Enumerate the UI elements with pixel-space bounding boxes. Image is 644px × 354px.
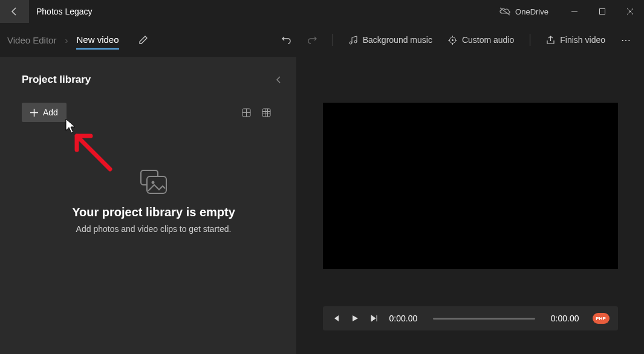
svg-point-14 <box>152 181 155 184</box>
library-title: Project library <box>22 74 91 86</box>
redo-button[interactable] <box>307 35 317 45</box>
finish-video-button[interactable]: Finish video <box>546 35 605 45</box>
audio-settings-icon <box>448 36 457 45</box>
pencil-icon <box>138 35 148 45</box>
php-watermark: PHP <box>593 313 610 324</box>
background-music-button[interactable]: Background music <box>349 35 432 45</box>
export-icon <box>546 36 555 45</box>
more-button[interactable]: ⋯ <box>621 34 632 46</box>
svg-rect-13 <box>147 176 166 193</box>
grid-small-button[interactable] <box>242 108 251 117</box>
svg-rect-7 <box>262 109 270 117</box>
add-button[interactable]: Add <box>22 103 67 122</box>
background-music-label: Background music <box>363 35 432 45</box>
next-frame-button[interactable] <box>370 314 379 323</box>
play-button[interactable] <box>351 314 359 323</box>
cloud-off-icon <box>499 7 510 16</box>
svg-point-3 <box>452 39 454 41</box>
undo-button[interactable] <box>282 35 291 45</box>
onedrive-status[interactable]: OneDrive <box>499 7 548 16</box>
grid-small-icon <box>242 108 251 117</box>
player-controls: 0:00.00 0:00.00 PHP <box>323 306 618 330</box>
play-icon <box>351 314 359 323</box>
previous-frame-button[interactable] <box>331 314 340 323</box>
close-icon <box>627 8 633 14</box>
progress-bar[interactable] <box>433 318 535 320</box>
svg-rect-1 <box>600 9 605 14</box>
close-button[interactable] <box>616 0 644 23</box>
empty-state: Your project library is empty Add photos… <box>22 169 285 234</box>
app-title: Photos Legacy <box>36 7 93 16</box>
collapse-panel-button[interactable] <box>276 76 282 84</box>
window-controls <box>561 0 644 23</box>
arrow-left-icon <box>10 7 19 16</box>
breadcrumb-root[interactable]: Video Editor <box>7 35 56 45</box>
time-total: 0:00.00 <box>551 314 579 323</box>
grid-large-button[interactable] <box>262 108 271 117</box>
maximize-icon <box>599 8 605 14</box>
redo-icon <box>307 35 317 45</box>
toolbar-divider <box>333 34 333 46</box>
custom-audio-label: Custom audio <box>462 35 514 45</box>
back-button[interactable] <box>0 0 29 23</box>
step-back-icon <box>331 314 340 323</box>
content: Project library Add You <box>0 57 644 354</box>
undo-icon <box>282 35 291 45</box>
empty-subtitle: Add photos and video clips to get starte… <box>22 224 285 234</box>
toolbar-divider <box>530 34 530 46</box>
plus-icon <box>30 109 38 117</box>
onedrive-label: OneDrive <box>515 7 548 16</box>
time-current: 0:00.00 <box>389 314 418 323</box>
edit-title-button[interactable] <box>138 35 148 45</box>
chevron-right-icon: › <box>65 35 68 45</box>
step-forward-icon <box>370 314 379 323</box>
empty-title: Your project library is empty <box>22 205 285 219</box>
toolbar-actions: Background music Custom audio Finish vid… <box>282 34 632 46</box>
add-label: Add <box>43 108 58 117</box>
chevron-left-icon <box>276 76 282 84</box>
minimize-button[interactable] <box>561 0 588 23</box>
toolbar: Video Editor › New video Background musi… <box>0 23 644 57</box>
custom-audio-button[interactable]: Custom audio <box>448 35 514 45</box>
video-preview[interactable] <box>323 103 618 269</box>
project-library-panel: Project library Add You <box>0 57 296 354</box>
breadcrumb: Video Editor › New video <box>7 31 148 50</box>
maximize-button[interactable] <box>588 0 616 23</box>
music-icon <box>349 36 358 45</box>
empty-library-icon <box>22 169 285 195</box>
grid-large-icon <box>262 108 271 117</box>
minimize-icon <box>571 8 577 14</box>
finish-video-label: Finish video <box>560 35 605 45</box>
titlebar: Photos Legacy OneDrive <box>0 0 644 23</box>
preview-area: 0:00.00 0:00.00 PHP <box>296 57 644 354</box>
breadcrumb-current[interactable]: New video <box>76 34 119 50</box>
